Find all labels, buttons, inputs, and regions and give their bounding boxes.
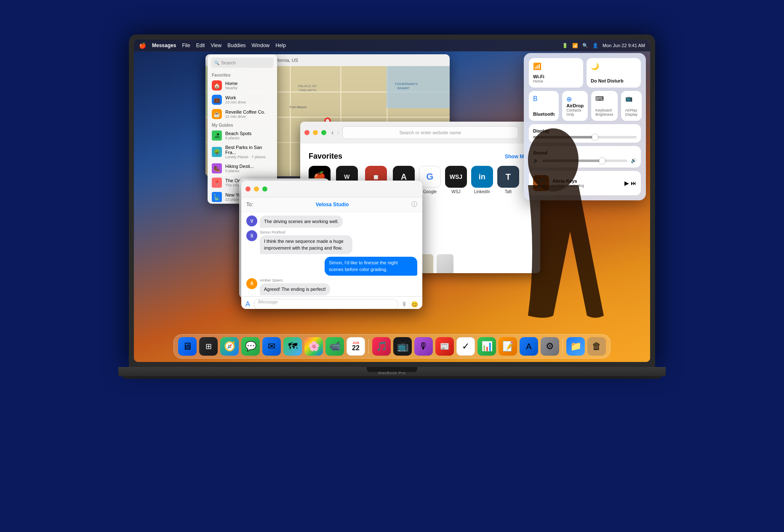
newyork-guide-icon: 🗽 <box>212 192 222 202</box>
keyboard-icon: ⌨ <box>595 95 613 102</box>
maps-beach-item[interactable]: 🏖 Beach Spots 9 places <box>208 128 277 143</box>
messages-close-button[interactable] <box>245 186 251 192</box>
msg-bubble-3: Simon, I'd like to finesse the night sce… <box>325 257 417 276</box>
dock-finder[interactable]: 🖥 <box>178 337 197 356</box>
safari-close-button[interactable] <box>304 130 309 135</box>
wifi-icon: 📶 <box>572 43 578 48</box>
account-icon[interactable]: 👤 <box>592 43 598 48</box>
cc-wifi-title: Wi-Fi <box>533 74 579 79</box>
cc-airdrop-tile[interactable]: ⊕ AirDrop Contacts Only <box>562 91 588 121</box>
maps-reveille-item[interactable]: ☕ Reveille Coffee Co. 22 min drive <box>208 107 277 121</box>
dock-mail[interactable]: ✉ <box>262 337 281 356</box>
dock-news[interactable]: 📰 <box>435 337 454 356</box>
home-sub: Nearby <box>225 86 237 90</box>
airplay-icon: 📺 <box>625 95 638 102</box>
maps-work-item[interactable]: 💼 Work 23 min drive <box>208 93 277 107</box>
search-icon[interactable]: 🔍 <box>582 43 588 48</box>
coffee-icon: ☕ <box>212 109 222 119</box>
maps-dock-icon: 🗺 <box>288 341 297 352</box>
svg-rect-5 <box>290 66 291 176</box>
macbook-brand-label: MacBook Pro <box>378 371 405 375</box>
messages-input-field[interactable]: iMessage <box>253 299 398 309</box>
hiking-sub: 5 places <box>225 169 254 173</box>
dock-tv[interactable]: 📺 <box>393 337 412 356</box>
svg-text:FISHERMAN'S: FISHERMAN'S <box>395 82 418 86</box>
podcasts-dock-icon: 🎙 <box>419 341 428 352</box>
play-button[interactable]: ▶ <box>624 180 629 186</box>
safari-minimize-button[interactable] <box>313 130 318 135</box>
finder-icon: 🖥 <box>182 340 192 352</box>
menu-window[interactable]: Window <box>252 43 270 48</box>
maps-home-item[interactable]: 🏠 Home Nearby <box>208 78 277 93</box>
dock-reminders[interactable]: ✓ <box>456 337 475 356</box>
dnd-icon: 🌙 <box>591 62 637 70</box>
apple-menu[interactable]: 🍎 <box>139 42 146 49</box>
reminders-dock-icon: ✓ <box>462 341 469 352</box>
cc-dnd-tile[interactable]: 🌙 Do Not Disturb <box>587 58 641 88</box>
news-dock-icon: 📰 <box>440 342 449 351</box>
work-sub: 23 min drive <box>225 100 246 104</box>
messages-emoji-icon[interactable]: 😊 <box>411 301 418 308</box>
msg-avatar-4: A <box>246 278 257 289</box>
dock: 🖥 ⊞ 🧭 💬 ✉ <box>173 334 611 359</box>
msg-bubble-4: Agreed! The ending is perfect! <box>260 283 330 295</box>
dock-music[interactable]: 🎵 <box>372 337 391 356</box>
maps-bestparks-item[interactable]: 🌳 Best Parks in San Fra... Lonely Planet… <box>208 143 277 161</box>
sysprefs-dock-icon: ⚙ <box>546 341 554 352</box>
cc-wifi-tile[interactable]: 📶 Wi-Fi Home <box>529 58 583 88</box>
maps-hiking-item[interactable]: 🥾 Hiking Desti... 5 places <box>208 161 277 176</box>
messages-maximize-button[interactable] <box>262 186 267 192</box>
cc-np-controls: ▶ ⏭ <box>624 180 637 186</box>
dock-sysprefs[interactable]: ⚙ <box>541 337 559 356</box>
clock: Mon Jun 22 9:41 AM <box>603 43 645 48</box>
menu-help[interactable]: Help <box>275 43 286 48</box>
safari-maximize-button[interactable] <box>321 130 326 135</box>
dock-appstore[interactable]: A <box>520 337 538 356</box>
dock-maps[interactable]: 🗺 <box>283 337 302 356</box>
safari-back-icon[interactable]: ‹ <box>331 129 333 136</box>
cc-bluetooth-tile[interactable]: B Bluetooth <box>529 91 559 121</box>
dock-safari[interactable]: 🧭 <box>220 337 239 356</box>
safari-video-4[interactable] <box>437 254 453 273</box>
dock-messages[interactable]: 💬 <box>241 337 260 356</box>
dock-launchpad[interactable]: ⊞ <box>199 337 218 356</box>
dock-calendar[interactable]: JUN 22 <box>347 337 365 356</box>
menu-view[interactable]: View <box>211 43 221 48</box>
sound-high-icon: 🔊 <box>631 158 637 163</box>
reveille-sub: 22 min drive <box>225 114 265 119</box>
messages-titlebar <box>241 181 422 197</box>
maps-guides-header: My Guides <box>208 121 277 128</box>
cc-keyboard-tile[interactable]: ⌨ Keyboard Brightness <box>591 91 618 121</box>
msg-avatar-2: S <box>246 230 257 241</box>
safari-search-text: Search or enter website name <box>399 130 461 135</box>
message-1: V The driving scenes are working well. <box>246 215 417 228</box>
menu-file[interactable]: File <box>182 43 190 48</box>
bluetooth-icon: B <box>533 95 555 103</box>
dock-photos[interactable]: 🌸 <box>304 337 323 356</box>
messages-voice-icon[interactable]: 🎙 <box>402 301 408 308</box>
safari-forward-icon[interactable]: › <box>337 129 339 136</box>
dock-files[interactable]: 📁 <box>566 337 585 356</box>
dock-facetime[interactable]: 📹 <box>325 337 344 356</box>
macbook-lid: 🍎 Messages File Edit View Buddies Window… <box>129 35 655 367</box>
menu-edit[interactable]: Edit <box>196 43 205 48</box>
dock-podcasts[interactable]: 🎙 <box>414 337 433 356</box>
beach-guide-icon: 🏖 <box>212 130 222 141</box>
bestparks-sub: Lonely Planet · 7 places <box>225 155 273 159</box>
dock-trash[interactable]: 🗑 <box>587 337 606 356</box>
maps-search[interactable]: 🔍 Search <box>211 58 274 68</box>
messages-info-icon[interactable]: ⓘ <box>411 201 417 208</box>
battery-icon: 🔋 <box>562 43 568 48</box>
macbook-base: MacBook Pro <box>118 367 666 376</box>
messages-apps-icon[interactable]: A <box>245 301 250 308</box>
msg-bubble-2: I think the new sequence made a huge imp… <box>260 235 352 254</box>
messages-minimize-button[interactable] <box>254 186 259 192</box>
dock-numbers[interactable]: 📊 <box>477 337 496 356</box>
msg-sender-2: Simon Pickford <box>260 230 352 234</box>
menu-buddies[interactable]: Buddies <box>227 43 245 48</box>
cc-airplay-tile[interactable]: 📺 AirPlay Display <box>621 91 642 121</box>
skip-button[interactable]: ⏭ <box>631 180 637 186</box>
cc-row-2: B Bluetooth ⊕ AirDrop Contacts Only <box>529 91 641 121</box>
macbook-screen: 🍎 Messages File Edit View Buddies Window… <box>134 40 650 362</box>
dock-pages[interactable]: 📝 <box>499 337 517 356</box>
